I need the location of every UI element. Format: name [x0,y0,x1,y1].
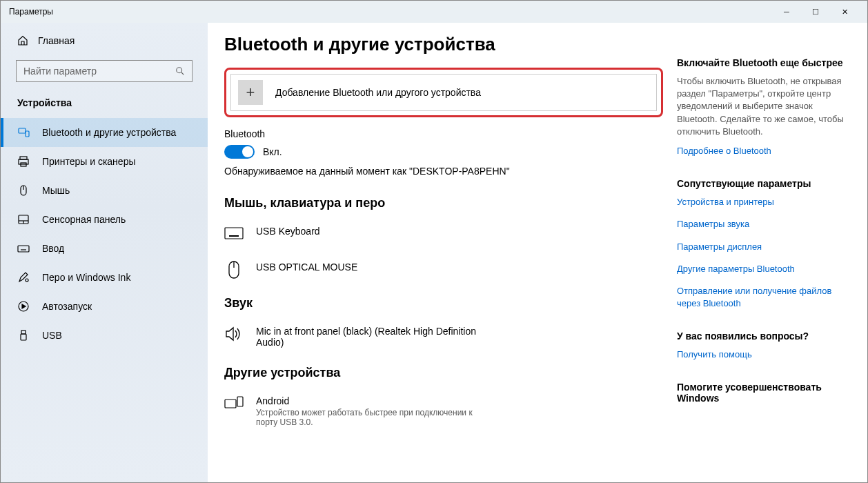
svg-rect-4 [20,157,27,159]
sidebar-item-usb[interactable]: USB [1,321,208,350]
right-related-title: Сопутствующие параметры [677,178,848,189]
device-sub: Устройство может работать быстрее при по… [256,408,491,427]
sidebar-item-bluetooth[interactable]: Bluetooth и другие устройства [1,118,208,147]
sidebar-item-printers[interactable]: Принтеры и сканеры [1,147,208,176]
svg-rect-5 [19,159,28,164]
link-devices-printers[interactable]: Устройства и принтеры [677,196,848,208]
discoverable-text: Обнаруживаемое на данный момент как "DES… [224,166,663,177]
svg-line-1 [181,72,184,75]
sidebar: Главная Найти параметр Устройства Blueto… [1,23,208,483]
sidebar-item-mouse[interactable]: Мышь [1,176,208,205]
sidebar-item-label: Мышь [42,185,70,196]
svg-point-17 [26,279,28,282]
right-fastbt-title: Включайте Bluetooth еще быстрее [677,57,848,68]
usb-icon [17,329,30,342]
window-controls: ─ ☐ ✕ [772,2,859,21]
sidebar-item-autoplay[interactable]: Автозапуск [1,292,208,321]
sidebar-item-label: Перо и Windows Ink [42,272,130,283]
device-row[interactable]: Mic in at front panel (black) (Realtek H… [224,319,663,360]
home-icon [17,35,28,46]
svg-rect-20 [21,334,26,340]
svg-rect-2 [19,128,26,133]
link-get-help[interactable]: Получить помощь [677,348,848,361]
device-row[interactable]: Android Устройство может работать быстре… [224,388,663,440]
autoplay-icon [17,300,30,313]
touchpad-icon [17,213,30,226]
search-icon [175,66,185,76]
sidebar-item-label: Ввод [42,243,64,254]
maximize-button[interactable]: ☐ [801,2,830,21]
svg-point-0 [177,68,182,73]
link-display-settings[interactable]: Параметры дисплея [677,241,848,253]
right-panel: Включайте Bluetooth еще быстрее Чтобы вк… [677,34,848,483]
section-mouse-keyboard-title: Мышь, клавиатура и перо [224,196,663,210]
titlebar: Параметры ─ ☐ ✕ [1,1,867,23]
device-name: Android [256,395,491,406]
sidebar-home[interactable]: Главная [1,23,208,55]
device-name: Mic in at front panel (black) (Realtek H… [256,326,491,348]
right-improve-title: Помогите усовершенствовать Windows [677,382,848,404]
keyboard-device-icon [224,226,244,242]
sidebar-section-title: Устройства [1,90,208,118]
svg-rect-35 [237,397,243,406]
sidebar-item-label: Bluetooth и другие устройства [42,127,176,138]
bluetooth-label: Bluetooth [224,128,663,139]
device-row[interactable]: USB Keyboard [224,219,663,255]
link-other-bt-settings[interactable]: Другие параметры Bluetooth [677,263,848,275]
sidebar-item-touchpad[interactable]: Сенсорная панель [1,205,208,234]
link-sound-settings[interactable]: Параметры звука [677,218,848,230]
main-content: Bluetooth и другие устройства + Добавлен… [210,34,677,483]
close-button[interactable]: ✕ [830,2,859,21]
page-title: Bluetooth и другие устройства [224,34,663,55]
sidebar-item-input[interactable]: Ввод [1,234,208,263]
add-device-highlight: + Добавление Bluetooth или другого устро… [224,68,663,117]
sidebar-item-label: Принтеры и сканеры [42,156,135,167]
section-sound-title: Звук [224,296,663,310]
window-title: Параметры [9,7,772,17]
svg-rect-12 [18,246,29,252]
bluetooth-icon [17,126,30,139]
svg-rect-21 [225,228,243,239]
device-row[interactable]: USB OPTICAL MOUSE [224,255,663,290]
link-more-bluetooth[interactable]: Подробнее о Bluetooth [677,145,848,157]
search-input[interactable]: Найти параметр [16,60,193,82]
svg-rect-34 [225,400,236,408]
keyboard-icon [17,242,30,255]
right-fastbt-body: Чтобы включить Bluetooth, не открывая ра… [677,75,848,138]
device-name: USB OPTICAL MOUSE [256,262,357,273]
sidebar-item-label: USB [42,330,62,341]
device-generic-icon [224,395,244,412]
svg-rect-3 [26,131,29,137]
sidebar-item-label: Автозапуск [42,301,92,312]
printer-icon [17,155,30,168]
svg-rect-19 [21,331,26,334]
sidebar-home-label: Главная [38,35,75,46]
mouse-device-icon [224,262,244,278]
toggle-state-label: Вкл. [263,146,282,157]
bluetooth-toggle[interactable] [224,145,255,159]
add-device-label: Добавление Bluetooth или другого устройс… [275,87,481,98]
speaker-icon [224,326,244,342]
sidebar-item-label: Сенсорная панель [42,214,126,225]
pen-icon [17,271,30,284]
plus-icon: + [238,80,263,105]
device-name: USB Keyboard [256,226,320,237]
minimize-button[interactable]: ─ [772,2,801,21]
search-placeholder: Найти параметр [23,66,175,77]
mouse-icon [17,184,30,197]
right-questions-title: У вас появились вопросы? [677,331,848,342]
link-send-receive-bt[interactable]: Отправление или получение файлов через B… [677,285,848,310]
sidebar-item-pen[interactable]: Перо и Windows Ink [1,263,208,292]
add-device-button[interactable]: + Добавление Bluetooth или другого устро… [230,74,657,111]
section-other-title: Другие устройства [224,366,663,380]
